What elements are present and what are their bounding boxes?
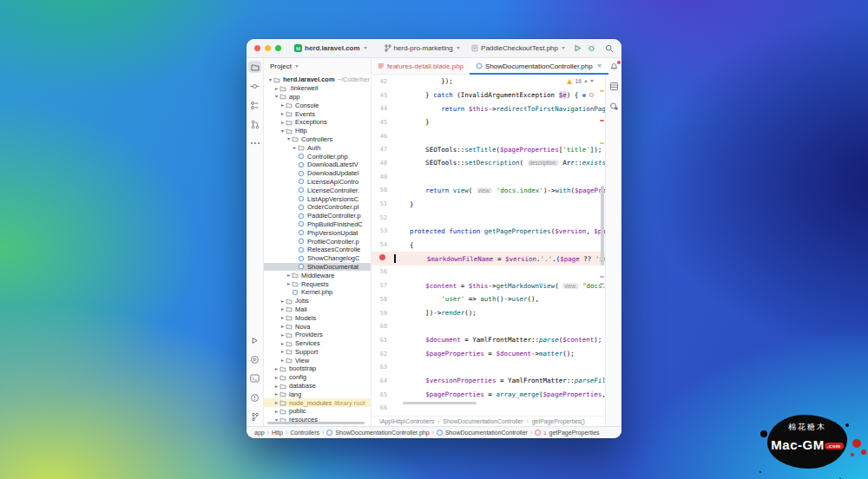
prev-problem-icon[interactable] [584,80,588,82]
code-line-64[interactable]: 64 $versionProperties = YamlFrontMatter:… [372,374,605,388]
code-line-65[interactable]: 65 $pageProperties = array_merge($pagePr… [372,388,605,402]
code-line-50[interactable]: 50 return view( view: 'docs.index')->wit… [372,184,605,198]
stripe-warning-mark[interactable] [600,90,604,92]
code-line-46[interactable]: 46 [372,129,605,143]
tree-chevron-icon[interactable]: ▸ [273,400,279,405]
code-line-57[interactable]: 57 $content = $this->getMarkdownView( vi… [372,279,605,292]
next-problem-icon[interactable] [590,80,594,82]
tree-chevron-icon[interactable]: ▸ [286,272,292,278]
line-number[interactable]: 48 [372,160,394,167]
tree-chevron-icon[interactable]: ▸ [279,120,286,125]
tree-item-downloadupdatel[interactable]: DownloadUpdatel [264,169,371,178]
close-window-button[interactable] [254,45,260,51]
tree-item-ordercontroller-pl[interactable]: OrderController.pl [264,203,371,212]
tree-chevron-icon[interactable]: ▸ [292,145,298,150]
run-configuration-widget[interactable]: PaddleCheckoutTest.php [469,43,568,54]
editor-vertical-scrollbar[interactable] [601,186,604,266]
tree-item-licensecontroller-[interactable]: LicenseController. [264,186,371,194]
line-number[interactable]: 52 [372,214,394,221]
tree-item-releasescontrolle[interactable]: ReleasesControlle [264,246,371,254]
line-number[interactable]: 49 [372,174,394,180]
more-toolwindows-icon[interactable] [248,137,261,149]
structure-toolwindow-icon[interactable] [248,99,261,111]
line-number[interactable]: 54 [372,241,394,248]
navbar-item[interactable]: Http [272,430,283,436]
tree-item-database[interactable]: ▸database [264,382,371,390]
tree-item--tinkerwell[interactable]: ▸.tinkerwell [264,84,371,93]
ai-assistant-toolwindow-icon[interactable] [609,102,619,113]
zoom-window-button[interactable] [275,45,281,51]
tree-chevron-icon[interactable]: ▸ [279,332,286,338]
tree-item-mail[interactable]: ▸Mail [264,305,371,314]
tree-chevron-icon[interactable]: ▸ [273,391,279,397]
tree-item-showchangelogc[interactable]: ShowChangelogC [264,254,371,263]
breakpoint-icon[interactable] [372,254,394,262]
tree-chevron-icon[interactable]: ▾ [273,94,279,99]
code-line-58[interactable]: 58 'user' => auth()->user(), [372,292,605,306]
tree-item-console[interactable]: ▸Console [264,101,371,109]
tree-item-services[interactable]: ▸Services [264,339,371,348]
tree-chevron-icon[interactable]: ▸ [273,375,279,380]
tree-item-controllers[interactable]: ▾Controllers [264,135,371,144]
tree-chevron-icon[interactable]: ▾ [286,136,292,141]
code-line-60[interactable]: 60 [372,319,605,333]
line-number[interactable]: 62 [372,351,394,358]
tree-chevron-icon[interactable]: ▸ [279,324,286,329]
code-line-61[interactable]: 61 $document = YamlFrontMatter::parse($c… [372,333,605,347]
pull-requests-toolwindow-icon[interactable] [248,118,261,130]
inline-hint-icon[interactable] [582,94,586,97]
tree-chevron-icon[interactable]: ▸ [273,409,279,414]
tree-item-middleware[interactable]: ▸Middleware [264,271,371,279]
stripe-error-mark[interactable] [600,120,604,121]
code-line-43[interactable]: 43 } catch (InvalidArgumentException $e)… [372,89,605,102]
stripe-warning-mark[interactable] [600,142,604,144]
line-number[interactable]: 53 [372,227,394,234]
tree-item-requests[interactable]: ▸Requests [264,279,371,288]
tree-chevron-icon[interactable]: ▸ [279,349,286,354]
database-toolwindow-icon[interactable] [609,82,619,93]
run-toolwindow-icon[interactable] [248,334,261,346]
tree-item-paddlecontroller-p[interactable]: PaddleController.p [264,212,371,220]
code-line-48[interactable]: 48 SEOTools::setDescription( description… [372,156,605,170]
tree-item-auth[interactable]: ▸Auth [264,143,371,152]
tree-chevron-icon[interactable]: ▸ [273,384,279,389]
debug-toolwindow-icon[interactable] [248,353,261,365]
tree-chevron-icon[interactable]: ▸ [286,281,292,286]
tree-item-downloadlatestv[interactable]: DownloadLatestV [264,161,371,169]
line-number[interactable]: 56 [372,268,394,275]
terminal-toolwindow-icon[interactable] [248,372,261,384]
line-number[interactable]: 63 [372,364,394,371]
tree-item-herd-laravel-com[interactable]: ▾herd.laravel.com~/Code/her [264,75,371,84]
code-line-53[interactable]: 53 protected function getPageProperties(… [372,225,605,239]
tree-chevron-icon[interactable]: ▾ [267,77,273,82]
tree-item-view[interactable]: ▸View [264,356,371,364]
line-number[interactable]: 65 [372,391,394,398]
tree-item-models[interactable]: ▸Models [264,313,371,322]
vcs-branch-widget[interactable]: herd-pro-marketing [382,43,463,54]
line-number[interactable]: 43 [372,92,394,99]
tree-chevron-icon[interactable]: ▸ [279,315,286,320]
project-toolwindow-icon[interactable] [248,61,261,73]
run-button[interactable] [574,44,582,52]
navbar-item[interactable]: Controllers [290,430,319,436]
line-number[interactable]: 66 [372,404,394,411]
code-line-59[interactable]: 59 ])->render(); [372,306,605,320]
line-number[interactable]: 57 [372,282,394,289]
line-number[interactable]: 51 [372,200,394,207]
tree-chevron-icon[interactable]: ▸ [279,111,286,116]
editor-horizontal-scrollbar[interactable] [403,402,477,404]
tree-item-support[interactable]: ▸Support [264,348,371,357]
line-number[interactable]: 50 [372,187,394,194]
navbar-item[interactable]: ShowDocumentationController [445,430,528,436]
problems-toolwindow-icon[interactable] [248,391,261,404]
tree-item-controller-php[interactable]: Controller.php [264,152,371,161]
code-line-55[interactable]: $markdownFileName = $version.'.'.($page … [372,252,605,266]
tree-item-bootstrap[interactable]: ▸bootstrap [264,364,371,373]
project-panel-header[interactable]: Project [264,58,371,75]
tree-item-showdocumentat[interactable]: ShowDocumentat [264,263,371,272]
search-everywhere-icon[interactable] [605,44,614,53]
minimize-window-button[interactable] [265,45,271,51]
tree-chevron-icon[interactable]: ▸ [279,358,286,363]
git-toolwindow-icon[interactable] [248,410,261,423]
code-editor[interactable]: 42 });43 } catch (InvalidArgumentExcepti… [372,75,605,416]
